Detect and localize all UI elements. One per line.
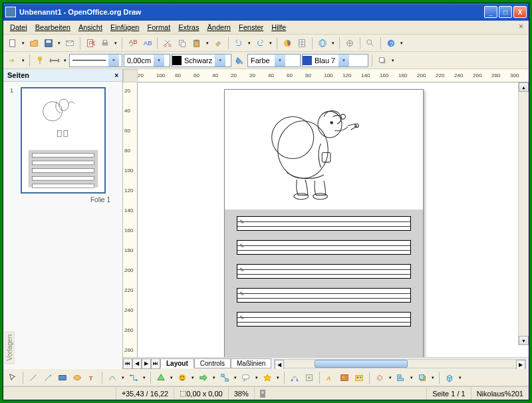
zoom-button[interactable] [364,37,377,50]
tab-prev-button[interactable]: ◀ [132,358,142,369]
export-pdf-button[interactable]: PDF [84,37,97,50]
menu-einfuegen[interactable]: Einfügen [106,22,143,33]
connector-dropdown[interactable]: ▾ [142,371,147,384]
fill-type-combo[interactable]: Farbe ▼ [247,54,301,67]
redo-button[interactable] [253,37,267,50]
tab-last-button[interactable]: ⏭ [151,358,160,369]
new-dropdown[interactable]: ▾ [21,37,26,50]
redo-dropdown[interactable]: ▾ [268,37,273,50]
stars-tool[interactable] [261,371,274,384]
tab-next-button[interactable]: ▶ [142,358,151,369]
maximize-button[interactable]: □ [499,6,512,18]
menu-ansicht[interactable]: Ansicht [74,22,106,33]
print-button[interactable] [98,37,112,50]
format-paint-button[interactable] [211,37,225,50]
scroll-left-icon[interactable]: ◀ [275,360,284,370]
menu-bearbeiten[interactable]: Bearbeiten [31,22,74,33]
chevron-down-icon[interactable]: ▼ [108,55,119,67]
horizontal-ruler[interactable]: 2010080604020204060801001201401601802002… [138,69,529,82]
extrusion-tool[interactable] [443,371,456,384]
menu-fenster[interactable]: Fenster [235,22,267,33]
close-button[interactable]: X [513,6,527,18]
paste-dropdown[interactable]: ▾ [205,37,210,50]
horizontal-scrollbar[interactable]: ◀ ▶ [274,359,526,368]
arrow-line-tool[interactable] [41,371,55,384]
line-ends-dropdown[interactable]: ▾ [63,54,68,67]
ellipse-tool[interactable] [70,371,84,384]
status-zoom[interactable]: 38% [229,387,255,400]
rotate-tool[interactable] [373,371,386,384]
basic-shapes-tool[interactable] [154,371,168,384]
paste-button[interactable] [190,37,203,50]
chevron-down-icon[interactable]: ▼ [338,55,349,67]
tab-controls[interactable]: Controls [194,358,231,368]
undo-button[interactable] [232,37,245,50]
save-dropdown[interactable]: ▾ [57,37,62,50]
writing-line[interactable] [237,240,411,255]
writing-line[interactable] [237,216,411,231]
line-color-combo[interactable]: Schwarz ▼ [172,54,231,67]
chevron-down-icon[interactable]: ▼ [275,55,285,67]
scroll-right-icon[interactable]: ▶ [516,360,525,370]
align-tool[interactable] [394,371,408,384]
curve-tool[interactable] [106,371,119,384]
from-file-tool[interactable] [338,371,351,384]
print-dropdown[interactable]: ▾ [113,37,118,50]
gluepoints-tool[interactable] [303,371,316,384]
page[interactable] [224,89,424,357]
undo-dropdown[interactable]: ▾ [247,37,252,50]
toolbar-more-2[interactable]: ▾ [458,371,463,384]
open-button[interactable] [27,37,41,50]
line-style-button[interactable] [33,54,47,67]
writing-line[interactable] [237,264,411,279]
menu-extras[interactable]: Extras [174,22,203,33]
minimize-button[interactable]: _ [484,6,497,18]
grid-dropdown[interactable]: ▾ [331,37,336,50]
help-dropdown[interactable]: ▾ [399,37,404,50]
arrow-style-button[interactable] [6,54,19,67]
gallery-tool[interactable] [352,371,366,384]
symbol-shapes-tool[interactable] [176,371,189,384]
toolbar-more[interactable]: ▾ [390,54,396,67]
drawing-canvas[interactable]: ▲ ▼ [138,82,529,357]
mail-button[interactable] [63,37,76,50]
arrange-tool[interactable] [416,371,429,384]
tab-first-button[interactable]: ⏮ [123,358,132,369]
chevron-down-icon[interactable]: ▼ [215,55,225,67]
navigator-button[interactable] [343,37,356,50]
close-panel-icon[interactable]: × [114,72,118,79]
help-button[interactable]: ? [384,37,398,50]
writing-line[interactable] [237,288,411,303]
doc-close-icon[interactable]: × [516,22,526,33]
fill-dialog-button[interactable] [233,54,246,67]
scrollbar-thumb[interactable] [315,360,408,368]
arrow-style-dropdown[interactable]: ▾ [21,54,26,67]
vertical-scrollbar[interactable]: ▲ ▼ [518,82,529,345]
spellcheck-button[interactable]: ABC [126,37,139,50]
menu-format[interactable]: Format [143,22,174,33]
tab-masslinien[interactable]: Maßlinien [231,358,271,368]
line-style-combo[interactable]: ▼ [69,54,122,67]
vorlagen-tab[interactable]: Vorlagen [5,331,15,364]
page-thumbnail-1[interactable] [21,87,106,194]
copy-button[interactable] [176,37,189,50]
hyperlink-button[interactable] [316,37,329,50]
menu-datei[interactable]: Datei [6,22,31,33]
vertical-ruler[interactable]: 20406080100120140160180200220240260280 [123,82,138,357]
menu-hilfe[interactable]: Hilfe [267,22,290,33]
block-arrows-tool[interactable] [197,371,210,384]
scroll-up-icon[interactable]: ▲ [519,82,529,92]
line-tool[interactable] [27,371,40,384]
points-edit-tool[interactable] [288,371,301,384]
cut-button[interactable] [161,37,174,50]
santa-image[interactable] [225,90,423,209]
scroll-down-icon[interactable]: ▼ [519,336,529,345]
chevron-down-icon[interactable]: ▼ [154,55,164,67]
fill-color-combo[interactable]: Blau 7 ▼ [302,54,368,67]
chart-button[interactable] [281,37,294,50]
autospell-button[interactable]: ABC [140,37,154,50]
curve-dropdown[interactable]: ▾ [120,371,126,384]
line-width-combo[interactable]: 0,00cm ▼ [124,54,170,67]
writing-line[interactable] [237,312,411,327]
tab-layout[interactable]: Layout [160,358,194,368]
